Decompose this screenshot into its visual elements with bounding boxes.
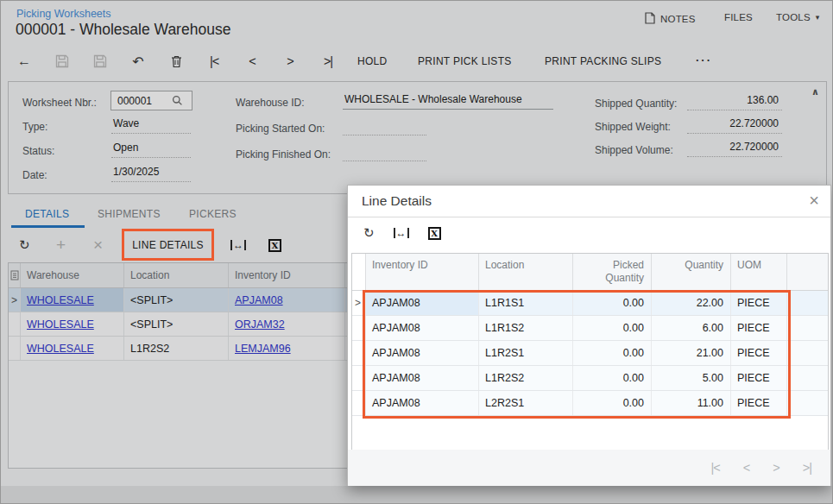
cell-quantity[interactable]: 21.00 bbox=[652, 341, 731, 365]
cell-picked-quantity[interactable]: 0.00 bbox=[573, 341, 652, 365]
cell-quantity[interactable]: 22.00 bbox=[652, 291, 731, 315]
cell-quantity[interactable]: 6.00 bbox=[652, 316, 731, 340]
table-row[interactable]: APJAM08 L1R2S2 0.00 5.00 PIECE bbox=[352, 366, 828, 391]
picking-worksheets-screen: Picking Worksheets 000001 - Wholesale Wa… bbox=[0, 0, 833, 504]
cell-location[interactable]: L1R2S1 bbox=[479, 341, 573, 365]
next-page-icon: > bbox=[773, 461, 779, 475]
cell-uom[interactable]: PIECE bbox=[731, 366, 787, 390]
column-header-location[interactable]: Location bbox=[479, 254, 573, 290]
dialog-fit-to-screen-icon[interactable]: ↔ bbox=[394, 228, 409, 238]
cell-inventory-id[interactable]: APJAM08 bbox=[366, 316, 479, 340]
dialog-toolbar: ↻ ↔ X bbox=[363, 225, 441, 241]
cell-inventory-id[interactable]: APJAM08 bbox=[366, 291, 479, 315]
line-details-grid-header: Inventory ID Location Picked Quantity Qu… bbox=[352, 254, 828, 291]
cell-uom[interactable]: PIECE bbox=[731, 391, 787, 415]
dialog-title: Line Details bbox=[348, 186, 830, 217]
column-header-inventory-id[interactable]: Inventory ID bbox=[366, 254, 479, 290]
dialog-export-to-excel-icon[interactable]: X bbox=[428, 227, 441, 240]
cell-inventory-id[interactable]: APJAM08 bbox=[366, 341, 479, 365]
first-page-icon: |< bbox=[711, 461, 720, 475]
cell-inventory-id[interactable]: APJAM08 bbox=[366, 391, 479, 415]
table-row[interactable]: APJAM08 L1R1S2 0.00 6.00 PIECE bbox=[352, 316, 828, 341]
table-row[interactable]: APJAM08 L2R2S1 0.00 11.00 PIECE bbox=[352, 391, 828, 416]
dialog-refresh-icon[interactable]: ↻ bbox=[363, 225, 375, 241]
cell-picked-quantity[interactable]: 0.00 bbox=[573, 391, 652, 415]
cell-uom[interactable]: PIECE bbox=[731, 341, 787, 365]
row-selector-icon: > bbox=[355, 297, 361, 309]
cell-picked-quantity[interactable]: 0.00 bbox=[573, 316, 652, 340]
dialog-pagination: |< < > >| bbox=[348, 450, 830, 486]
cell-picked-quantity[interactable]: 0.00 bbox=[573, 366, 652, 390]
table-row[interactable]: > APJAM08 L1R1S1 0.00 22.00 PIECE bbox=[352, 291, 828, 316]
column-header-picked-quantity[interactable]: Picked Quantity bbox=[573, 254, 652, 290]
cell-quantity[interactable]: 11.00 bbox=[652, 391, 731, 415]
table-row[interactable]: APJAM08 L1R2S1 0.00 21.00 PIECE bbox=[352, 341, 828, 366]
last-page-icon: >| bbox=[803, 461, 811, 475]
line-details-dialog: Line Details × ↻ ↔ X Inventory ID Locati… bbox=[347, 185, 831, 486]
cell-location[interactable]: L1R1S2 bbox=[479, 316, 573, 340]
previous-page-icon: < bbox=[743, 461, 749, 475]
cell-location[interactable]: L2R2S1 bbox=[479, 391, 573, 415]
cell-location[interactable]: L1R1S1 bbox=[479, 291, 573, 315]
cell-inventory-id[interactable]: APJAM08 bbox=[366, 366, 479, 390]
cell-uom[interactable]: PIECE bbox=[731, 291, 787, 315]
grid-empty-area bbox=[352, 416, 828, 450]
cell-location[interactable]: L1R2S2 bbox=[479, 366, 573, 390]
cell-quantity[interactable]: 5.00 bbox=[652, 366, 731, 390]
column-header-uom[interactable]: UOM bbox=[731, 254, 787, 290]
cell-uom[interactable]: PIECE bbox=[731, 316, 787, 340]
line-details-grid: Inventory ID Location Picked Quantity Qu… bbox=[351, 253, 829, 451]
cell-picked-quantity[interactable]: 0.00 bbox=[573, 291, 652, 315]
column-header-quantity[interactable]: Quantity bbox=[652, 254, 731, 290]
close-icon[interactable]: × bbox=[809, 191, 819, 211]
